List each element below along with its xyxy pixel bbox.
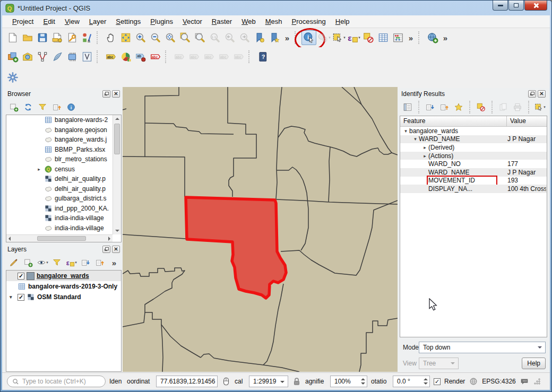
refresh-browser-button[interactable] [22,101,34,113]
pan-map-button[interactable] [104,30,118,45]
add-group-button[interactable] [22,257,34,268]
menu-mesh[interactable]: Mesh [261,16,287,27]
layer-visibility-checkbox[interactable]: ✓ [18,273,24,280]
layer-visibility-checkbox[interactable]: ✓ [18,294,24,301]
identify-row-ward-name[interactable]: ▾WARD_NAMEJ P Nagar [400,135,547,144]
toolbar-overflow-button[interactable]: » [440,30,451,45]
show-layout-manager-button[interactable] [65,30,80,45]
browser-item-india-india-village[interactable]: india-india-village [6,223,113,233]
collapse-arrow-icon[interactable]: ▾ [402,128,409,134]
expand-arrow-icon[interactable]: ▸ [421,153,428,159]
browser-item-bangalore-wards-2[interactable]: bangalore-wards-2 [6,115,113,125]
coordinate-input[interactable]: 77.61839,12.91456 [156,376,218,387]
identify-row-movement-id[interactable]: MOVEMENT_ID193 [400,177,547,185]
close-button[interactable] [524,1,547,11]
zoom-full-button[interactable] [163,30,178,45]
identify-row-display-na-[interactable]: DISPLAY_NA...100 4th Cross Road, 3r... [400,185,547,193]
new-virtual-layer-button[interactable] [50,49,65,64]
manage-map-themes-button[interactable]: ▾ [37,257,48,268]
filter-legend-button[interactable] [51,257,63,268]
select-by-expression-button[interactable]: ▾ [346,30,361,45]
column-value[interactable]: Value [507,116,529,126]
add-selected-layers-button[interactable] [8,101,20,113]
toolbar-overflow-button[interactable]: » [282,30,292,45]
expand-arrow-icon[interactable]: ▸ [421,145,428,150]
browser-item-delhi-air-quality-p[interactable]: delhi_air_quality.p [6,184,113,194]
show-properties-button[interactable] [65,101,77,113]
resize-grip[interactable] [534,378,540,385]
identify-results-table[interactable]: Feature Value ▾bangalore_wards▾WARD_NAME… [400,116,547,337]
highlight-labels-button[interactable] [148,49,163,64]
browser-item-bbmp-parks-xlsx[interactable]: BBMP_Parks.xlsx [6,145,113,155]
identify-mode-button[interactable]: ▾ [534,101,546,113]
help-contents-button[interactable] [255,49,270,64]
new-geopackage-layer-button[interactable] [5,49,20,64]
new-project-button[interactable] [5,30,20,45]
menu-project[interactable]: Project [7,16,38,27]
layer-diagram-button[interactable] [118,49,133,64]
toolbar-overflow-button[interactable]: » [406,30,416,45]
filter-by-expression-button[interactable]: ▾ [65,257,77,268]
expand-tree-button[interactable] [424,101,436,113]
collapse-arrow-icon[interactable]: ▾ [412,136,419,142]
layer-labeling-button[interactable] [104,49,118,64]
identify-settings-button[interactable] [548,101,550,113]
new-gpx-layer-button[interactable] [80,49,94,64]
titlebar[interactable]: Q *Untitled Project - QGIS [1,1,551,15]
column-feature[interactable]: Feature [400,116,507,126]
menu-plugins[interactable]: Plugins [145,16,178,27]
menu-vector[interactable]: Vector [178,16,207,27]
collapse-all-button[interactable] [51,101,63,113]
open-layer-styling-button[interactable] [8,257,20,268]
new-spatial-bookmark-button[interactable] [252,30,267,45]
menu-view[interactable]: View [60,16,84,27]
menu-help[interactable]: Help [331,16,355,27]
browser-item-delhi-air-quality-p[interactable]: delhi_air_quality.p [6,174,113,184]
toolbar-overflow-button[interactable]: » [108,257,120,268]
metasearch-catalog-button[interactable] [425,30,440,45]
rotation-input[interactable]: 0.0 ° [393,376,430,387]
identify-close-button[interactable]: ✕ [538,90,546,98]
zoom-to-layer-button[interactable] [193,30,208,45]
expand-arrow-icon[interactable]: ▸ [36,167,42,172]
style-manager-button[interactable] [80,30,94,45]
restore-button[interactable] [508,1,524,11]
collapse-tree-button[interactable] [438,101,450,113]
menu-raster[interactable]: Raster [207,16,237,27]
menu-edit[interactable]: Edit [38,16,59,27]
collapse-all-button[interactable] [94,257,106,268]
layer-item-bangalore-wards-2019-3-only[interactable]: bangalore-wards-2019-3-Only [6,281,121,292]
expand-new-results-button[interactable] [453,101,464,113]
collapse-arrow-icon[interactable]: ▾ [10,294,15,300]
mode-select[interactable]: Top down [419,342,546,353]
crs-button[interactable] [469,377,478,386]
browser-item-census[interactable]: ▸census [6,164,113,175]
toggle-extents-button[interactable] [221,377,231,386]
open-project-button[interactable] [20,30,35,45]
messages-button[interactable] [520,377,529,386]
help-button[interactable]: Help [522,358,546,369]
pan-to-selection-button[interactable] [118,30,133,45]
identify-float-button[interactable] [528,90,536,98]
identify-row--actions-[interactable]: ▸(Actions) [400,152,547,160]
layer-item-osm-standard[interactable]: ▾✓OSM Standard [6,292,121,302]
zoom-out-button[interactable] [148,30,163,45]
pin-labels-button[interactable] [133,49,148,64]
layers-list[interactable]: ✓bangalore_wardsbangalore-wards-2019-3-O… [6,270,122,372]
view-select[interactable]: Tree [419,358,459,369]
menu-layer[interactable]: Layer [84,16,111,27]
browser-item-bangalore-wards-j[interactable]: bangalore_wards.j [6,135,113,145]
save-project-button[interactable] [35,30,50,45]
browser-item-gulbarga-district-s[interactable]: gulbarga_district.s [6,194,113,204]
browser-float-button[interactable] [102,90,110,98]
browser-item-india-india-village[interactable]: india-india-village [6,213,113,223]
browser-vertical-scrollbar[interactable] [113,115,121,234]
identify-row-bangalore-wards[interactable]: ▾bangalore_wards [400,127,547,135]
locator-search-input[interactable]: Type to locate (Ctrl+K) [7,376,106,387]
new-shapefile-layer-button[interactable] [20,49,35,64]
minimize-button[interactable] [493,1,508,11]
processing-toolbox-button[interactable] [5,70,20,85]
render-checkbox[interactable]: ✓ [434,378,441,385]
menu-processing[interactable]: Processing [287,16,330,27]
form-view-button[interactable] [402,101,413,113]
